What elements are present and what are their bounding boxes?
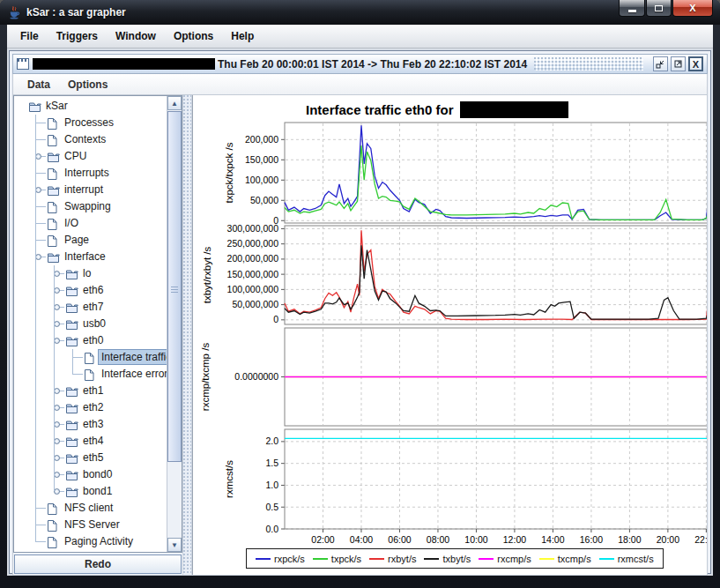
y-axis-label: txpck/txpck /s [224, 142, 234, 203]
y-tick-label: 50,000 [250, 195, 278, 205]
tree-item-processes[interactable]: Processes [14, 115, 167, 131]
tree-item-interface-errors[interactable]: Interface errors [14, 366, 167, 383]
metrics-tree: kSarProcessesContextsCPUInterruptsinterr… [14, 96, 167, 552]
split-pane-divider[interactable] [182, 95, 192, 575]
x-tick-label: 06:00 [388, 534, 411, 545]
tree-item-label: eth1 [80, 383, 106, 398]
tree-item-contexts[interactable]: Contexts [14, 131, 167, 148]
expand-handle-icon[interactable] [54, 271, 60, 277]
menu-help[interactable]: Help [222, 27, 263, 45]
tree-item-usb0[interactable]: usb0 [14, 316, 167, 332]
tree-item-paging-activity[interactable]: Paging Activity [14, 533, 167, 550]
expand-handle-icon[interactable] [54, 438, 60, 444]
tree-item-label: kSar [43, 99, 71, 113]
tree-item-interrupts[interactable]: Interrupts [14, 165, 167, 182]
tree-item-nfs-client[interactable]: NFS client [14, 500, 167, 517]
expand-handle-icon[interactable] [54, 405, 60, 411]
y-tick-label: 150,000,000 [227, 269, 279, 279]
y-tick-label: 250,000,000 [227, 238, 279, 249]
series-rxbyt-s [285, 230, 707, 319]
scroll-up-button[interactable]: ▲ [167, 96, 182, 110]
menu-window[interactable]: Window [107, 27, 165, 45]
tree-item-eth4[interactable]: eth4 [14, 433, 167, 450]
tree-guide-line [35, 206, 46, 207]
tree-guide-spine [35, 115, 36, 541]
tree-item-partial[interactable] [14, 550, 167, 552]
tree-item-eth3[interactable]: eth3 [14, 416, 167, 433]
tree-item-eth0[interactable]: eth0 [14, 332, 167, 349]
tree-guide-spine [72, 349, 73, 374]
expand-handle-icon[interactable] [54, 287, 60, 294]
tree-item-bond0[interactable]: bond0 [14, 466, 167, 483]
tree-item-interface[interactable]: Interface [14, 249, 167, 265]
y-tick-label: 50,000,000 [232, 299, 278, 309]
internal-frame-titlebar[interactable]: Thu Feb 20 00:00:01 IST 2014 -> Thu Feb … [12, 54, 708, 74]
window-titlebar[interactable]: kSar : a sar grapher X [0, 0, 720, 25]
legend-swatch [479, 558, 494, 560]
tree-item-ksar[interactable]: kSar [14, 98, 167, 115]
tree-item-bond1[interactable]: bond1 [14, 483, 167, 500]
maximize-button[interactable] [646, 0, 672, 17]
tree-item-eth7[interactable]: eth7 [14, 299, 167, 316]
expand-handle-icon[interactable] [54, 388, 60, 394]
tree-guide-line [72, 357, 83, 358]
tree-item-eth2[interactable]: eth2 [14, 399, 167, 416]
collapse-handle-icon[interactable] [35, 254, 41, 260]
y-tick-label: 0.0 [265, 524, 278, 534]
tree-item-label: Swapping [62, 199, 114, 213]
tree-item-label: Page [62, 233, 92, 247]
tree-item-interrupt[interactable]: interrupt [14, 182, 167, 198]
close-button[interactable]: X [672, 0, 713, 17]
frame-minimize-button[interactable] [653, 56, 668, 71]
y-tick-label: 200,000 [245, 134, 278, 145]
tree-item-nfs-server[interactable]: NFS Server [14, 517, 167, 533]
expand-handle-icon[interactable] [54, 321, 60, 327]
tree-item-eth6[interactable]: eth6 [14, 282, 167, 299]
tree-item-interface-traffic[interactable]: Interface traffic [14, 349, 167, 366]
menu-options[interactable]: Options [165, 27, 222, 45]
frame-menu-options[interactable]: Options [59, 77, 116, 93]
menu-triggers[interactable]: Triggers [48, 27, 107, 45]
expand-handle-icon[interactable] [54, 421, 60, 428]
legend-entry-rxcmp-s: rxcmp/s [479, 554, 531, 564]
tree-item-label: Interface [62, 249, 108, 264]
redo-button[interactable]: Redo [14, 555, 182, 574]
scrollbar-thumb[interactable] [167, 111, 182, 462]
frame-maximize-button[interactable] [671, 56, 686, 71]
y-tick-label: 1.5 [265, 458, 278, 468]
tree-scrollbar[interactable]: ▲ ▼ [167, 96, 182, 552]
tree-item-label: Interrupts [62, 166, 112, 180]
chart-title-text: Interface traffic eth0 for [306, 102, 454, 117]
frame-menu-data[interactable]: Data [19, 77, 59, 93]
expand-handle-icon[interactable] [35, 153, 41, 160]
frame-close-button[interactable]: X [688, 56, 703, 71]
tree-item-label: NFS Server [62, 517, 122, 532]
minimize-button[interactable] [619, 0, 645, 17]
plot-border [285, 123, 707, 223]
frame-menubar: DataOptions [12, 74, 708, 95]
expand-handle-icon[interactable] [54, 455, 60, 461]
titlebar-texture [534, 57, 643, 71]
tree-item-label: Paging Activity [62, 534, 136, 548]
tree-item-eth1[interactable]: eth1 [14, 383, 167, 399]
tree-item-swapping[interactable]: Swapping [14, 198, 167, 215]
chart-legend: rxpck/stxpck/srxbyt/stxbyt/srxcmp/stxcmp… [246, 548, 664, 569]
frame-title: Thu Feb 20 00:00:01 IST 2014 -> Thu Feb … [218, 58, 527, 71]
expand-handle-icon[interactable] [54, 304, 60, 310]
expand-handle-icon[interactable] [35, 187, 41, 193]
plot-border [285, 226, 707, 324]
tree-item-cpu[interactable]: CPU [14, 148, 167, 165]
menu-file[interactable]: File [11, 27, 48, 45]
expand-handle-icon[interactable] [54, 472, 60, 478]
expand-handle-icon[interactable] [54, 488, 60, 495]
x-tick-label: 12:00 [503, 534, 526, 545]
tree-item-eth5[interactable]: eth5 [14, 450, 167, 466]
tree-item-i-o[interactable]: I/O [14, 215, 167, 232]
tree-item-lo[interactable]: lo [14, 265, 167, 282]
tree-item-label: NFS client [62, 501, 115, 515]
legend-label: rxcmp/s [497, 554, 531, 564]
tree-guide-line [35, 123, 46, 123]
scroll-down-button[interactable]: ▼ [167, 538, 182, 552]
collapse-handle-icon[interactable] [54, 338, 60, 344]
tree-item-page[interactable]: Page [14, 232, 167, 249]
